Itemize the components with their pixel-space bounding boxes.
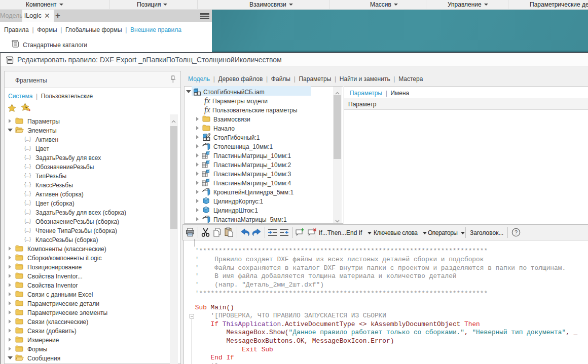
svg-text:?: ? (514, 229, 518, 235)
